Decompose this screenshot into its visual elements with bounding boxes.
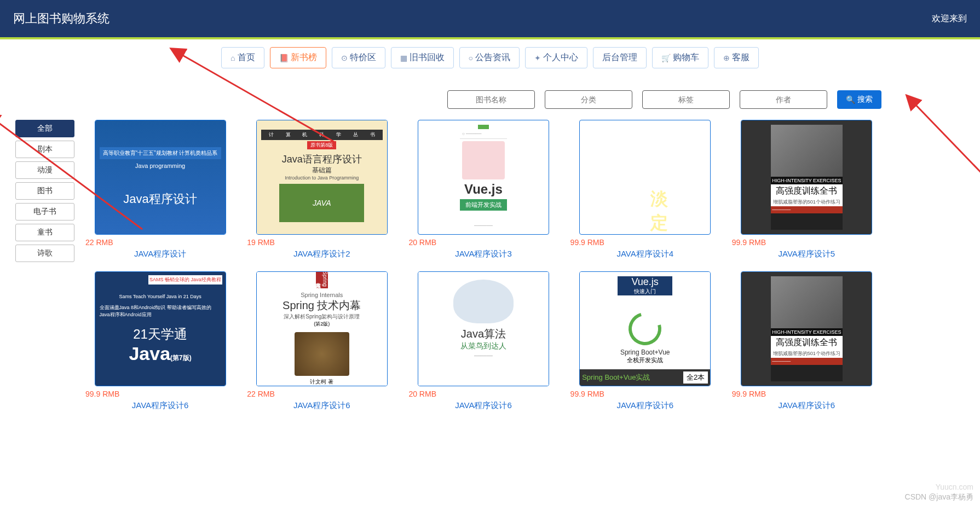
book-cover[interactable]: HIGH-INTENSITY EXERCISES高强度训练全书增肌减脂塑形的50…	[741, 120, 872, 235]
book-cover[interactable]: 高等职业教育“十三五”规划教材 计算机类精品系Java programmingJ…	[95, 120, 226, 235]
user-icon: ✦	[534, 54, 541, 62]
target-icon: ⊙	[341, 54, 348, 62]
book-price: 19 RMB	[247, 238, 275, 247]
nav-service[interactable]: ⊕客服	[714, 47, 759, 68]
cat-books[interactable]: 图书	[15, 182, 74, 200]
book-icon: 📕	[279, 54, 289, 62]
book-price: 99.9 RMB	[570, 390, 604, 398]
svg-line-2	[914, 103, 980, 257]
news-icon: ○	[469, 54, 473, 62]
service-icon: ⊕	[723, 54, 730, 62]
nav-home[interactable]: ⌂首页	[221, 47, 264, 68]
book-cover[interactable]: 有一种人生叫淡定	[579, 120, 711, 235]
search-icon: 🔍	[846, 95, 855, 104]
home-icon: ⌂	[230, 54, 235, 62]
book-price: 99.9 RMB	[570, 238, 604, 247]
book-cover[interactable]: 前端开发实战○ ─────Vue.js前端开发实战──────	[418, 120, 549, 235]
filter-bar: 🔍 搜索	[0, 90, 980, 120]
book-title[interactable]: JAVA程序设计4	[616, 249, 673, 259]
main-content: 全部 剧本 动漫 图书 电子书 童书 诗歌 高等职业教育“十三五”规划教材 计算…	[0, 120, 980, 411]
book-card: 前端开发实战○ ─────Vue.js前端开发实战────── 20 RMB J…	[408, 120, 558, 259]
recycle-icon: ▦	[400, 54, 407, 62]
book-name-input[interactable]	[447, 90, 535, 109]
cat-script[interactable]: 剧本	[15, 141, 74, 158]
book-card: HIGH-INTENSITY EXERCISES高强度训练全书增肌减脂塑形的50…	[732, 120, 881, 259]
nav-recycle[interactable]: ▦旧书回收	[391, 47, 454, 68]
nav-cart[interactable]: 🛒购物车	[652, 47, 708, 68]
header: 网上图书购物系统 欢迎来到	[0, 0, 980, 37]
book-title[interactable]: JAVA程序设计6	[779, 400, 835, 411]
book-title[interactable]: JAVA程序设计6	[616, 400, 673, 411]
main-nav: ⌂首页 📕新书榜 ⊙特价区 ▦旧书回收 ○公告资讯 ✦个人中心 后台管理 🛒购物…	[0, 39, 980, 90]
book-price: 22 RMB	[247, 390, 275, 398]
cat-ebooks[interactable]: 电子书	[15, 203, 74, 220]
book-card: 计算机科学丛书原书第8版Java语言程序设计基础篇Introduction to…	[247, 120, 396, 259]
book-cover[interactable]: 计算机科学丛书原书第8版Java语言程序设计基础篇Introduction to…	[256, 120, 388, 235]
category-input[interactable]	[545, 90, 632, 109]
book-cover[interactable]: SAMS 畅销全球的 Java经典教程Sams Teach Yourself J…	[95, 271, 226, 386]
book-cover[interactable]: HIGH-INTENSITY EXERCISES高强度训练全书增肌减脂塑形的50…	[741, 271, 872, 386]
book-grid: 高等职业教育“十三五”规划教材 计算机类精品系Java programmingJ…	[85, 120, 881, 411]
nav-admin[interactable]: 后台管理	[593, 47, 647, 68]
book-price: 20 RMB	[408, 390, 436, 398]
annotation-arrow	[909, 98, 980, 264]
book-price: 99.9 RMB	[732, 238, 766, 247]
nav-news[interactable]: ○公告资讯	[459, 47, 520, 68]
book-title[interactable]: JAVA程序设计3	[455, 249, 512, 259]
category-sidebar: 全部 剧本 动漫 图书 电子书 童书 诗歌	[15, 120, 74, 411]
book-price: 22 RMB	[85, 238, 113, 247]
book-card: HIGH-INTENSITY EXERCISES高强度训练全书增肌减脂塑形的50…	[732, 271, 881, 411]
book-card: Vue.js快速入门Spring Boot+Vue全栈开发实战Spring Bo…	[570, 271, 720, 411]
book-card: 高等职业教育“十三五”规划教材 计算机类精品系Java programmingJ…	[85, 120, 235, 259]
book-card: Spring 技术内幕Spring InternalsSpring 技术内幕深入…	[247, 271, 396, 411]
cat-all[interactable]: 全部	[15, 120, 74, 137]
book-title[interactable]: JAVA程序设计5	[779, 249, 835, 259]
nav-deals[interactable]: ⊙特价区	[332, 47, 385, 68]
cart-icon: 🛒	[661, 54, 671, 62]
search-button[interactable]: 🔍 搜索	[837, 90, 881, 109]
book-cover[interactable]: Java算法从菜鸟到达人──────	[418, 271, 549, 386]
cat-children[interactable]: 童书	[15, 224, 74, 241]
book-price: 99.9 RMB	[732, 390, 766, 398]
cat-anime[interactable]: 动漫	[15, 161, 74, 179]
book-price: 99.9 RMB	[85, 390, 119, 398]
nav-new-books[interactable]: 📕新书榜	[270, 47, 326, 68]
welcome-text: 欢迎来到	[932, 13, 967, 25]
book-price: 20 RMB	[408, 238, 436, 247]
site-title: 网上图书购物系统	[13, 10, 109, 27]
tag-input[interactable]	[642, 90, 730, 109]
cat-poetry[interactable]: 诗歌	[15, 245, 74, 262]
book-title[interactable]: JAVA程序设计6	[455, 400, 512, 411]
book-title[interactable]: JAVA程序设计2	[293, 249, 350, 259]
book-title[interactable]: JAVA程序设计6	[132, 400, 189, 411]
book-cover[interactable]: Spring 技术内幕Spring InternalsSpring 技术内幕深入…	[256, 271, 388, 386]
book-title[interactable]: JAVA程序设计	[134, 249, 186, 259]
book-card: 有一种人生叫淡定 99.9 RMB JAVA程序设计4	[570, 120, 720, 259]
book-cover[interactable]: Vue.js快速入门Spring Boot+Vue全栈开发实战Spring Bo…	[579, 271, 711, 386]
book-card: SAMS 畅销全球的 Java经典教程Sams Teach Yourself J…	[85, 271, 235, 411]
nav-user-center[interactable]: ✦个人中心	[525, 47, 587, 68]
book-title[interactable]: JAVA程序设计6	[293, 400, 350, 411]
book-card: Java算法从菜鸟到达人────── 20 RMB JAVA程序设计6	[408, 271, 558, 411]
author-input[interactable]	[740, 90, 827, 109]
